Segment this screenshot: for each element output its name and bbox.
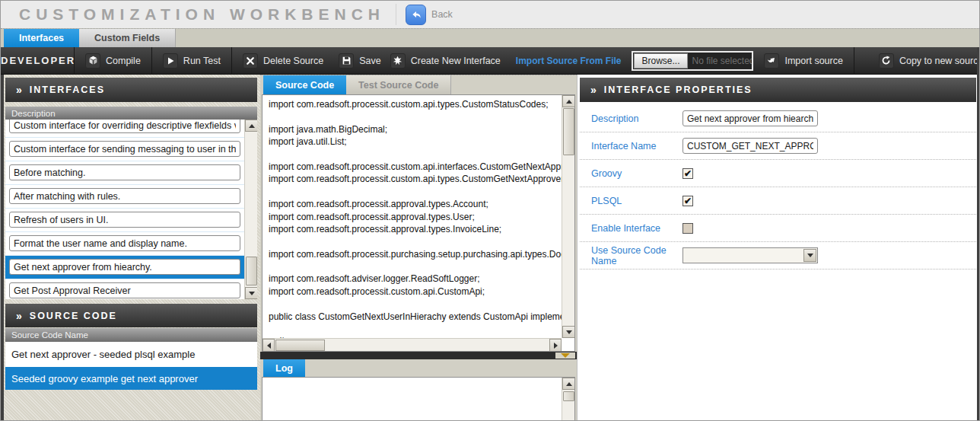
description-column-header[interactable]: Description (5, 107, 257, 120)
property-row-plsql: PLSQL ✔ (580, 187, 976, 215)
interface-properties-panel: » INTERFACE PROPERTIES Description Inter… (577, 75, 978, 421)
delete-source-label: Delete Source (263, 56, 323, 66)
interface-description-input[interactable] (9, 141, 240, 157)
properties-form: Description Interface Name Groovy ✔ PLSQ… (580, 105, 976, 270)
chevron-down-icon (561, 353, 570, 358)
property-row-groovy: Groovy ✔ (580, 160, 976, 187)
file-input: Browse... No file selected. (632, 51, 753, 71)
interface-description-input[interactable] (9, 164, 240, 180)
source-code-editor[interactable]: import com.readsoft.processit.custom.api… (262, 94, 575, 352)
interface-description-input[interactable] (9, 188, 240, 204)
delete-source-button[interactable]: Delete Source (232, 53, 334, 69)
interface-description-input[interactable] (9, 259, 240, 275)
log-splitter[interactable] (260, 352, 577, 359)
scrollbar-thumb[interactable] (563, 391, 574, 401)
code-panel: Source Code Test Source Code import com.… (260, 75, 577, 421)
code-line (269, 111, 555, 123)
compile-button[interactable]: Compile (75, 53, 151, 69)
interfaces-title: INTERFACES (30, 85, 105, 95)
code-content[interactable]: import com.readsoft.processit.custom.api… (262, 95, 562, 338)
log-scrollbar[interactable] (562, 378, 574, 421)
back-arrow-icon[interactable] (406, 5, 426, 25)
main-tabstrip: Interfaces Custom Fields (1, 28, 980, 47)
interface-description-input[interactable] (9, 120, 240, 133)
interface-row[interactable] (5, 161, 244, 185)
run-test-label: Run Test (183, 56, 221, 66)
enable-interface-checkbox[interactable] (682, 223, 693, 234)
code-line (269, 324, 555, 336)
description-field[interactable] (682, 110, 818, 126)
save-button[interactable]: Save (334, 53, 386, 69)
no-file-selected-text: No file selected. (689, 56, 752, 66)
code-line: import com.readsoft.processit.approval.t… (269, 199, 555, 211)
code-line: import com.readsoft.processit.custom.api… (269, 161, 555, 174)
interface-name-field[interactable] (682, 138, 818, 154)
plsql-label: PLSQL (580, 196, 682, 206)
double-chevron-icon: » (16, 84, 22, 96)
tab-test-source-code[interactable]: Test Source Code (346, 75, 451, 94)
interface-row[interactable] (5, 138, 244, 161)
log-output-area[interactable] (262, 377, 575, 421)
scroll-down-button[interactable] (245, 287, 257, 299)
scroll-down-button[interactable] (562, 326, 575, 338)
property-row-enable-interface: Enable Interface (580, 215, 976, 242)
splitter-grip[interactable] (555, 352, 575, 359)
interfaces-scrollbar[interactable] (244, 120, 257, 299)
code-line: import com.readsoft.processit.custom.api… (269, 286, 555, 298)
browse-button[interactable]: Browse... (634, 53, 687, 69)
tab-custom-fields[interactable]: Custom Fields (79, 29, 176, 47)
back-label[interactable]: Back (431, 9, 453, 20)
source-code-name-column-header[interactable]: Source Code Name (5, 328, 257, 342)
use-source-code-name-select[interactable] (682, 247, 818, 263)
interface-description-input[interactable] (9, 235, 240, 251)
groovy-checkbox[interactable]: ✔ (682, 168, 693, 179)
page-title: CUSTOMIZATION WORKBENCH (1, 5, 385, 24)
scroll-left-button[interactable] (262, 339, 275, 352)
property-row-interface-name: Interface Name (580, 132, 976, 160)
interface-row[interactable] (5, 209, 244, 232)
interface-description-input[interactable] (9, 282, 240, 298)
copy-refresh-icon (879, 53, 894, 69)
plsql-checkbox[interactable]: ✔ (682, 196, 693, 206)
back-button[interactable]: Back (406, 5, 453, 25)
dropdown-arrow-icon[interactable] (803, 249, 816, 262)
interface-row[interactable] (5, 120, 244, 138)
import-source-label: Import source (784, 56, 842, 66)
scroll-up-button[interactable] (245, 120, 257, 132)
code-line: import com.readsoft.adviser.logger.ReadS… (269, 273, 555, 285)
property-row-description: Description (580, 105, 976, 132)
scrollbar-thumb[interactable] (275, 340, 325, 351)
tab-source-code[interactable]: Source Code (263, 75, 346, 94)
code-vertical-scrollbar[interactable] (562, 95, 574, 338)
code-line: import java.util.List; (269, 136, 555, 148)
tab-interfaces[interactable]: Interfaces (4, 29, 79, 47)
code-line (269, 149, 555, 161)
log-content[interactable] (262, 378, 562, 409)
puzzle-icon (390, 53, 406, 69)
source-code-row[interactable]: Get next approver - seeded plsql example (5, 342, 257, 367)
interface-row[interactable] (5, 279, 244, 299)
run-test-button[interactable]: Run Test (152, 53, 231, 69)
source-code-row-selected[interactable]: Seeded groovy example get next approver (5, 367, 257, 390)
interface-description-input[interactable] (9, 212, 240, 228)
code-horizontal-scrollbar[interactable] (262, 338, 562, 351)
interface-row[interactable] (5, 232, 244, 256)
scroll-right-button[interactable] (549, 339, 562, 352)
code-line: import com.readsoft.processit.approval.t… (269, 224, 555, 236)
scroll-up-button[interactable] (562, 378, 575, 390)
interface-row-selected[interactable] (5, 256, 244, 279)
use-source-code-name-label: Use Source Code Name (580, 245, 682, 266)
tab-log[interactable]: Log (263, 359, 305, 377)
developer-toolbar: DEVELOPER Compile Run Test Delete Source (1, 47, 980, 75)
create-new-interface-button[interactable]: Create New Interface (386, 53, 505, 69)
import-source-button[interactable]: Import source (753, 53, 853, 69)
import-source-icon (764, 53, 779, 69)
scrollbar-thumb[interactable] (246, 257, 257, 285)
description-label: Description (580, 113, 682, 124)
source-code-title: SOURCE CODE (30, 311, 117, 321)
scrollbar-thumb[interactable] (563, 108, 574, 155)
interface-row[interactable] (5, 185, 244, 209)
scroll-up-button[interactable] (562, 95, 575, 107)
interfaces-panel: » INTERFACES Description » (1, 75, 260, 421)
copy-to-new-source-button[interactable]: Copy to new source (868, 53, 980, 69)
